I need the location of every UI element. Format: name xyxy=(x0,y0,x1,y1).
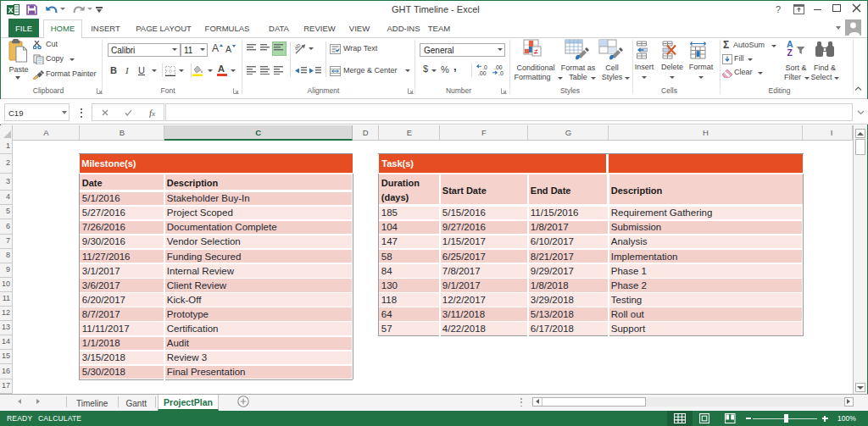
svg-text:.00: .00 xyxy=(494,64,503,70)
svg-text:.0: .0 xyxy=(482,64,487,70)
svg-text:.0: .0 xyxy=(498,70,504,76)
svg-text:ab: ab xyxy=(295,43,302,51)
svg-text:≠: ≠ xyxy=(534,47,538,56)
svg-text:Z: Z xyxy=(787,47,793,58)
svg-text:.00: .00 xyxy=(478,70,487,76)
svg-text:X: X xyxy=(8,6,13,14)
